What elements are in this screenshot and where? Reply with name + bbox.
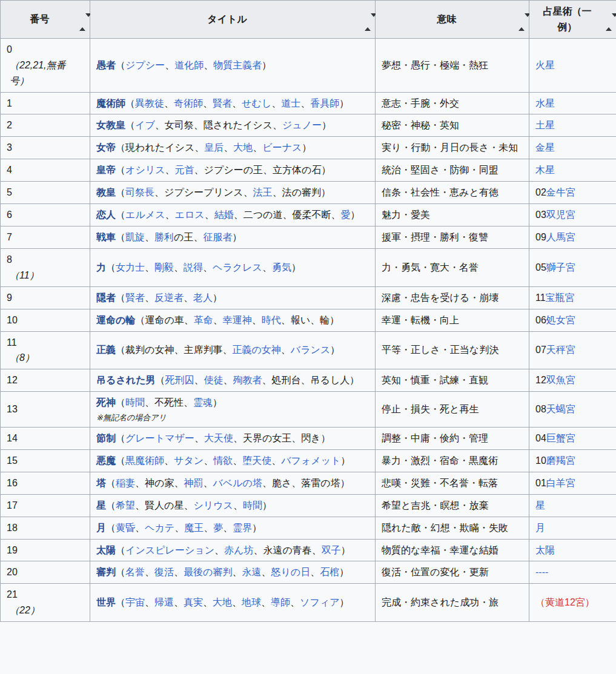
wiki-link[interactable]: 神罰 — [184, 478, 203, 488]
wiki-link[interactable]: 土星 — [535, 120, 555, 130]
wiki-link[interactable]: 天蝎宮 — [546, 404, 575, 414]
wiki-link[interactable]: 使徒 — [204, 375, 224, 385]
wiki-link[interactable]: 大天使 — [204, 433, 233, 443]
col-header-number[interactable]: 番号 — [1, 1, 90, 39]
wiki-link[interactable]: 獅子宮 — [546, 262, 575, 273]
wiki-link[interactable]: 永遠 — [242, 567, 261, 577]
col-header-meaning[interactable]: 意味 — [376, 1, 529, 39]
col-header-astrology[interactable]: 占星術（一例） — [529, 1, 616, 39]
wiki-link[interactable]: オシリス — [125, 165, 165, 175]
wiki-link[interactable]: 異教徒 — [135, 98, 164, 108]
wiki-link[interactable]: バランス — [291, 345, 331, 355]
wiki-link[interactable]: ヘラクレス — [213, 262, 262, 273]
wiki-link[interactable]: ソフィア — [300, 597, 340, 607]
card-name-link[interactable]: 吊るされた男 — [96, 375, 156, 385]
card-name-link[interactable]: 運命の輪 — [96, 315, 135, 325]
card-name-link[interactable]: 隠者 — [96, 292, 116, 303]
wiki-link[interactable]: 星 — [535, 500, 545, 510]
wiki-link[interactable]: 最後の審判 — [184, 567, 232, 577]
wiki-link[interactable]: 金星 — [535, 142, 555, 153]
wiki-link[interactable]: インスピレーション — [125, 545, 214, 555]
card-name-link[interactable]: 戦車 — [96, 232, 116, 242]
wiki-link[interactable]: 白羊宮 — [546, 478, 575, 488]
card-name-link[interactable]: 悪魔 — [96, 455, 116, 466]
wiki-link[interactable]: グレートマザー — [125, 433, 194, 443]
wiki-link[interactable]: 革命 — [194, 315, 213, 325]
wiki-link[interactable]: 賢者 — [125, 292, 145, 303]
wiki-link[interactable]: 老人 — [193, 292, 213, 303]
wiki-link[interactable]: 剛毅 — [154, 262, 174, 273]
wiki-link[interactable]: 司祭長 — [125, 187, 154, 197]
wiki-link[interactable]: 勇気 — [272, 262, 291, 273]
wiki-link[interactable]: 帰還 — [154, 597, 174, 607]
wiki-link[interactable]: 太陽 — [535, 545, 555, 555]
wiki-link[interactable]: 情欲 — [213, 455, 233, 466]
card-name-link[interactable]: 塔 — [96, 478, 106, 488]
card-name-link[interactable]: 審判 — [96, 567, 116, 577]
wiki-link[interactable]: ジプシー — [125, 60, 165, 70]
wiki-link[interactable]: 魔王 — [184, 523, 204, 533]
wiki-link[interactable]: 幸運神 — [223, 315, 252, 325]
wiki-link[interactable]: 殉教者 — [233, 375, 262, 385]
wiki-link[interactable]: 石棺 — [320, 567, 339, 577]
card-name-link[interactable]: 皇帝 — [96, 165, 116, 175]
card-name-link[interactable]: 教皇 — [96, 187, 116, 197]
wiki-link[interactable]: イブ — [135, 120, 155, 130]
wiki-link[interactable]: 時間 — [125, 397, 145, 408]
card-name-link[interactable]: 魔術師 — [96, 98, 125, 108]
wiki-link[interactable]: 希望 — [116, 500, 135, 510]
wiki-link[interactable]: エロス — [175, 210, 205, 220]
wiki-link[interactable]: 堕天使 — [242, 455, 271, 466]
wiki-link[interactable]: 霊界 — [233, 523, 252, 533]
wiki-link[interactable]: 大地 — [213, 597, 232, 607]
wiki-link[interactable]: 処女宮 — [546, 315, 575, 325]
wiki-link[interactable]: 真実 — [184, 597, 203, 607]
wiki-link[interactable]: 女力士 — [116, 262, 145, 273]
wiki-link[interactable]: せむし — [242, 98, 271, 108]
wiki-link[interactable]: 夢 — [213, 523, 223, 533]
wiki-link[interactable]: 磨羯宮 — [546, 455, 575, 466]
wiki-link[interactable]: ---- — [535, 567, 548, 577]
wiki-link[interactable]: 金牛宮 — [546, 187, 575, 197]
wiki-link[interactable]: 水星 — [535, 98, 555, 108]
wiki-link[interactable]: 黄昏 — [116, 523, 135, 533]
card-name-link[interactable]: 愚者 — [96, 60, 116, 70]
wiki-link[interactable]: 征服者 — [203, 232, 232, 242]
wiki-link[interactable]: 木星 — [535, 165, 555, 175]
wiki-link[interactable]: 勝利 — [154, 232, 174, 242]
card-name-link[interactable]: 力 — [96, 262, 106, 273]
wiki-link[interactable]: 双魚宮 — [546, 375, 575, 385]
card-name-link[interactable]: 女帝 — [96, 142, 116, 153]
wiki-link[interactable]: ジュノー — [282, 120, 322, 130]
wiki-link[interactable]: 宇宙 — [125, 597, 145, 607]
wiki-link[interactable]: 凱旋 — [125, 232, 145, 242]
card-name-link[interactable]: 月 — [96, 523, 106, 533]
wiki-link[interactable]: 火星 — [535, 60, 555, 70]
wiki-link[interactable]: 月 — [535, 523, 545, 533]
wiki-link[interactable]: バフォメット — [281, 455, 340, 466]
wiki-link[interactable]: 名誉 — [125, 567, 145, 577]
wiki-link[interactable]: 道士 — [281, 98, 300, 108]
wiki-link[interactable]: エルメス — [125, 210, 165, 220]
card-name-link[interactable]: 節制 — [96, 433, 116, 443]
wiki-link[interactable]: 地球 — [242, 597, 261, 607]
wiki-link[interactable]: 結婚 — [214, 210, 234, 220]
wiki-link[interactable]: 人馬宮 — [546, 232, 575, 242]
wiki-link[interactable]: 双子 — [322, 545, 341, 555]
wiki-link[interactable]: 怒りの日 — [271, 567, 310, 577]
wiki-link[interactable]: 黒魔術師 — [125, 455, 164, 466]
card-name-link[interactable]: 恋人 — [96, 210, 116, 220]
wiki-link[interactable]: 天秤宮 — [546, 345, 575, 355]
wiki-link[interactable]: 稲妻 — [116, 478, 135, 488]
wiki-link[interactable]: 道化師 — [174, 60, 204, 70]
col-header-title[interactable]: タイトル — [90, 1, 376, 39]
wiki-link[interactable]: 赤ん坊 — [224, 545, 253, 555]
wiki-link[interactable]: ビーナス — [262, 142, 302, 153]
wiki-link[interactable]: 双児宮 — [546, 210, 575, 220]
wiki-link[interactable]: 愛 — [340, 210, 350, 220]
wiki-link[interactable]: 奇術師 — [174, 98, 203, 108]
card-name-link[interactable]: 星 — [96, 500, 106, 510]
card-name-link[interactable]: 太陽 — [96, 545, 116, 555]
wiki-link[interactable]: 死刑囚 — [165, 375, 194, 385]
wiki-link[interactable]: 正義の女神 — [232, 345, 280, 355]
